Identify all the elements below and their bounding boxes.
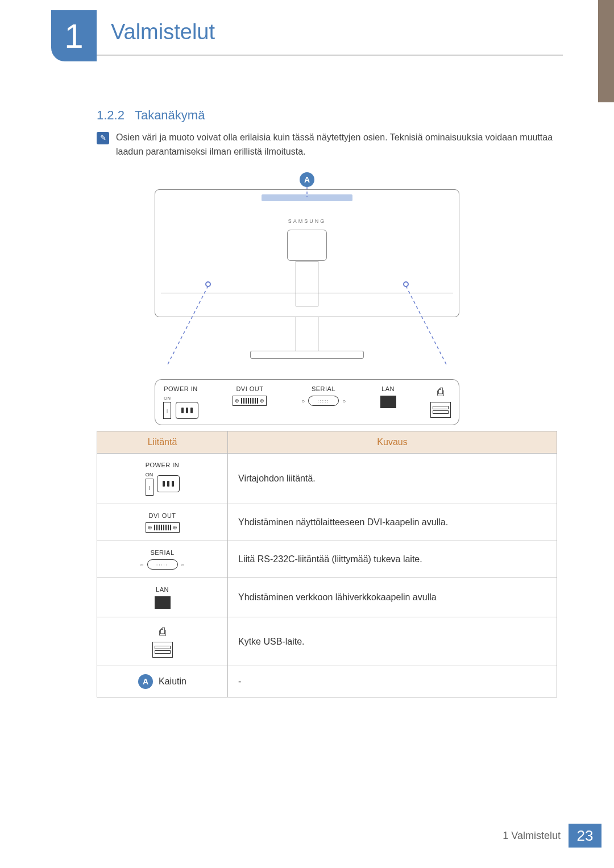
power-inlet-icon xyxy=(176,402,198,419)
row-desc: Liitä RS-232C-liitäntää (liittymää) tuke… xyxy=(228,541,557,578)
row-desc: Yhdistäminen verkkoon lähiverkkokaapelin… xyxy=(228,578,557,617)
row-desc: Virtajohdon liitäntä. xyxy=(228,454,557,504)
panel-group-serial: SERIAL ○:::::○ xyxy=(301,385,346,419)
lan-port-icon xyxy=(155,596,171,609)
rear-view-diagram: A SAMSUNG POWER IN ON | DVI OUT xyxy=(155,172,459,425)
serial-port-icon: ::::: xyxy=(147,559,178,570)
row-label-dvi: DVI OUT xyxy=(148,512,176,519)
table-row: DVI OUT ⊕⊕ Yhdistäminen näyttölaitteesee… xyxy=(97,504,557,541)
row-label-serial: SERIAL xyxy=(150,549,174,556)
table-row: POWER IN ON | Virtajohdon liitäntä. xyxy=(97,454,557,504)
panel-label-serial: SERIAL xyxy=(312,385,335,392)
footer-breadcrumb: 1 Valmistelut xyxy=(503,830,561,842)
monitor-back-outline: SAMSUNG xyxy=(155,189,459,317)
table-header-port: Liitäntä xyxy=(97,431,228,454)
panel-group-power: POWER IN ON | xyxy=(163,385,198,419)
row-sublabel-on: ON xyxy=(146,472,154,477)
usb-port-icon xyxy=(430,402,451,418)
port-strip xyxy=(161,293,453,311)
panel-label-dvi: DVI OUT xyxy=(236,385,263,392)
table-row: A Kaiutin - xyxy=(97,666,557,697)
panel-group-dvi: DVI OUT ⊕⊕ xyxy=(233,385,267,419)
brand-text: SAMSUNG xyxy=(288,218,326,224)
power-inlet-icon xyxy=(157,475,180,492)
side-accent-bar xyxy=(598,0,614,102)
note-block: ✎ Osien väri ja muoto voivat olla erilai… xyxy=(97,131,557,159)
panel-label-on: ON xyxy=(164,396,171,401)
row-desc: Kytke USB-laite. xyxy=(228,617,557,666)
mount-plate xyxy=(287,230,327,261)
row-label-lan: LAN xyxy=(156,586,169,593)
row-label-speaker: Kaiutin xyxy=(159,676,186,687)
serial-port-icon: ::::: xyxy=(308,396,339,406)
row-desc: Yhdistäminen näyttölaitteeseen DVI-kaape… xyxy=(228,504,557,541)
speaker-bar xyxy=(262,194,352,201)
power-switch-icon: | xyxy=(163,402,171,419)
usb-symbol-icon: ⎙ xyxy=(159,625,166,638)
note-text: Osien väri ja muoto voivat olla erilaisi… xyxy=(116,131,557,159)
connector-panel: POWER IN ON | DVI OUT ⊕⊕ SERIAL ○:::::○ … xyxy=(155,379,459,425)
usb-symbol-icon: ⎙ xyxy=(437,385,445,398)
power-switch-icon: | xyxy=(146,479,154,496)
dvi-port-icon: ⊕⊕ xyxy=(233,396,267,406)
note-icon: ✎ xyxy=(97,132,109,144)
callout-dot-left xyxy=(205,281,211,287)
callout-badge-a: A xyxy=(138,674,153,689)
section-heading: 1.2.2 Takanäkymä xyxy=(97,108,205,123)
stand-base xyxy=(250,351,364,359)
callout-dot-right xyxy=(403,281,409,287)
row-desc: - xyxy=(228,666,557,697)
table-row: LAN Yhdistäminen verkkoon lähiverkkokaap… xyxy=(97,578,557,617)
lan-port-icon xyxy=(380,396,396,408)
table-header-desc: Kuvaus xyxy=(228,431,557,454)
callout-badge-a: A xyxy=(300,172,314,187)
row-label-power: POWER IN xyxy=(146,462,180,468)
panel-label-lan: LAN xyxy=(381,385,395,392)
panel-group-usb: ⎙ xyxy=(430,385,451,419)
page-footer: 1 Valmistelut 23 xyxy=(503,824,601,848)
chapter-number-tab: 1 xyxy=(51,10,97,61)
connector-table: Liitäntä Kuvaus POWER IN ON | Virtajohdo… xyxy=(97,431,557,697)
usb-port-icon xyxy=(152,642,173,658)
section-number: 1.2.2 xyxy=(97,108,125,122)
table-row: SERIAL ○:::::○ Liitä RS-232C-liitäntää (… xyxy=(97,541,557,578)
page-number: 23 xyxy=(569,824,601,848)
stand-neck-lower xyxy=(296,317,318,351)
dvi-port-icon: ⊕⊕ xyxy=(146,522,180,533)
panel-group-lan: LAN xyxy=(380,385,396,419)
chapter-number: 1 xyxy=(64,16,83,56)
panel-label-power: POWER IN xyxy=(164,385,198,392)
table-row: ⎙ Kytke USB-laite. xyxy=(97,617,557,666)
chapter-divider xyxy=(97,55,563,56)
chapter-title: Valmistelut xyxy=(111,20,215,44)
section-title: Takanäkymä xyxy=(135,108,205,122)
